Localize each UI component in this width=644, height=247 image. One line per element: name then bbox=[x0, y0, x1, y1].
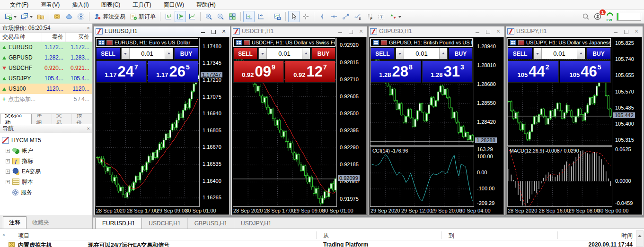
chart-area[interactable]: CCI(14) -176.96 1.289401.288101.286801.2… bbox=[369, 37, 504, 215]
sell-button[interactable]: SELL bbox=[233, 48, 257, 60]
tree-item-scripts[interactable]: 脚本 bbox=[2, 177, 92, 187]
column-time[interactable]: 时间 bbox=[621, 232, 633, 240]
chart-tab-usdjpy[interactable]: USDJPY,H1 bbox=[234, 218, 278, 229]
ohlc-panel-icon[interactable] bbox=[510, 40, 516, 45]
maximize-button[interactable] bbox=[623, 28, 629, 34]
volume-value[interactable]: 0.01 bbox=[130, 48, 165, 59]
trade-panel-toggle-icon[interactable] bbox=[106, 40, 113, 45]
cursor-button[interactable] bbox=[288, 11, 300, 22]
bid-price-box[interactable]: 1.28288 bbox=[371, 60, 421, 83]
text-button[interactable]: T bbox=[376, 11, 387, 22]
market-watch-row[interactable]: USDCHF 0.920... 0.921... bbox=[0, 63, 92, 73]
column-bid[interactable]: 卖价 bbox=[42, 33, 65, 42]
chart-shift-button[interactable] bbox=[255, 11, 266, 22]
volume-increase-button[interactable] bbox=[577, 48, 585, 59]
chart-area[interactable]: 1.174801.173451.172101.170751.169401.168… bbox=[95, 37, 229, 215]
bar-chart-button[interactable] bbox=[163, 11, 174, 22]
close-icon[interactable] bbox=[87, 26, 90, 31]
community-button[interactable]: 1 bbox=[592, 11, 603, 22]
minimize-button[interactable] bbox=[337, 28, 344, 34]
line-chart-button[interactable] bbox=[186, 11, 198, 22]
ohlc-panel-icon[interactable] bbox=[98, 40, 105, 45]
horizontal-line-button[interactable] bbox=[328, 11, 340, 22]
toolbox-close-icon[interactable] bbox=[2, 232, 5, 238]
indicator-pane[interactable]: CCI(14) -176.96 bbox=[370, 146, 474, 207]
history-center-button[interactable] bbox=[52, 11, 63, 22]
chart-area[interactable]: 0.929200.928150.927100.926050.925000.923… bbox=[232, 37, 367, 215]
tile-windows-button[interactable] bbox=[227, 11, 238, 22]
add-symbol-row[interactable]: + 点击添加... 5 / 4... bbox=[0, 94, 92, 104]
trade-panel-toggle-icon[interactable] bbox=[381, 40, 387, 45]
vertical-line-button[interactable] bbox=[317, 11, 328, 22]
ohlc-panel-icon[interactable] bbox=[236, 40, 242, 45]
ohlc-panel-icon[interactable] bbox=[373, 40, 379, 45]
symbols-button[interactable]: $ bbox=[35, 11, 46, 22]
column-item[interactable]: 项目 bbox=[18, 232, 29, 240]
tree-item-services[interactable]: 服务 bbox=[2, 187, 92, 197]
expand-icon[interactable] bbox=[6, 159, 10, 163]
volume-value[interactable]: 0.01 bbox=[542, 48, 577, 59]
templates-button[interactable] bbox=[272, 11, 283, 22]
menu-tools[interactable]: 工具(T) bbox=[126, 0, 157, 10]
fibonacci-button[interactable]: F bbox=[364, 11, 375, 22]
ask-price-box[interactable]: 1.17265 bbox=[148, 60, 198, 83]
indicator-pane[interactable]: MACD(12,26,9) -0.0087 0.0290 bbox=[507, 146, 612, 207]
new-order-button[interactable]: 新订单 bbox=[128, 11, 158, 22]
sell-button[interactable]: SELL bbox=[371, 48, 395, 60]
tree-item-accounts[interactable]: 帐户 bbox=[2, 145, 92, 156]
window-titlebar[interactable]: USDCHF,H1 bbox=[231, 26, 367, 36]
menu-insert[interactable]: 插入(I) bbox=[66, 0, 95, 10]
volume-decrease-button[interactable] bbox=[259, 48, 267, 59]
candlestick-chart-button[interactable] bbox=[175, 11, 186, 22]
elliott-wave-button[interactable]: E bbox=[352, 11, 363, 22]
trendline-button[interactable] bbox=[340, 11, 352, 22]
tab-details[interactable]: 详细 bbox=[32, 114, 52, 124]
chart-area[interactable]: MACD(12,26,9) -0.0087 0.0290 105.825105.… bbox=[506, 37, 642, 215]
market-watch-row[interactable]: GBPUSD 1.282... 1.283... bbox=[0, 52, 92, 63]
close-button[interactable] bbox=[358, 28, 364, 34]
minimize-button[interactable] bbox=[200, 28, 206, 34]
zoom-in-button[interactable] bbox=[203, 11, 214, 22]
ask-price-box[interactable]: 105465 bbox=[560, 60, 611, 83]
chart-tab-eurusd[interactable]: EURUSD,H1 bbox=[95, 218, 142, 229]
bid-price-box[interactable]: 1.17247 bbox=[96, 60, 147, 83]
bid-price-box[interactable]: 105442 bbox=[508, 60, 559, 83]
broadcast-button[interactable] bbox=[75, 11, 87, 22]
objects-dropdown-button[interactable] bbox=[388, 11, 403, 22]
buy-button[interactable]: BUY bbox=[449, 48, 473, 60]
column-from[interactable]: 从 bbox=[323, 232, 329, 240]
bid-price-box[interactable]: 0.92099 bbox=[233, 60, 284, 83]
volume-decrease-button[interactable] bbox=[534, 48, 542, 59]
profiles-button[interactable] bbox=[19, 11, 35, 22]
chart-tab-gbpusd[interactable]: GBPUSD,H1 bbox=[187, 218, 234, 229]
minimize-button[interactable] bbox=[612, 28, 619, 34]
buy-button[interactable]: BUY bbox=[586, 48, 611, 60]
search-button[interactable] bbox=[580, 11, 591, 22]
tab-trading[interactable]: 交易 bbox=[52, 114, 72, 124]
close-button[interactable] bbox=[221, 28, 227, 34]
auto-scroll-button[interactable] bbox=[243, 11, 255, 22]
market-watch-row[interactable]: US100 1120... 1120... bbox=[0, 84, 92, 94]
tab-favorites[interactable]: 收藏夹 bbox=[26, 217, 55, 229]
zoom-out-button[interactable] bbox=[215, 11, 226, 22]
close-button[interactable] bbox=[495, 28, 502, 34]
algo-trading-button[interactable]: 算法交易 bbox=[92, 11, 127, 22]
market-watch-row[interactable]: EURUSD 1.172... 1.172... bbox=[0, 42, 92, 52]
window-titlebar[interactable]: GBPUSD,H1 bbox=[369, 26, 504, 36]
volume-increase-button[interactable] bbox=[165, 48, 173, 59]
sell-button[interactable]: SELL bbox=[508, 48, 532, 60]
column-symbol[interactable]: 交易品种 bbox=[0, 33, 42, 41]
volume-decrease-button[interactable] bbox=[396, 48, 404, 59]
volume-increase-button[interactable] bbox=[302, 48, 310, 59]
volume-value[interactable]: 0.01 bbox=[267, 48, 302, 59]
menu-help[interactable]: 帮助(H) bbox=[190, 0, 222, 10]
tab-ticks[interactable]: 报价 bbox=[72, 114, 92, 124]
toolbox-row[interactable]: 内置虚拟主机 现在可以24/7运行EA交易和信号 Trading Platfor… bbox=[8, 241, 635, 247]
expand-icon[interactable] bbox=[6, 180, 10, 184]
maximize-button[interactable] bbox=[210, 28, 217, 34]
window-titlebar[interactable]: EURUSD,H1 bbox=[94, 26, 230, 36]
volume-value[interactable]: 0.01 bbox=[404, 48, 439, 59]
tree-item-broker[interactable]: HYCM MT5 bbox=[2, 135, 92, 145]
maximize-button[interactable] bbox=[485, 28, 491, 34]
market-watch-row[interactable]: USDJPY 105.4... 105.4... bbox=[0, 73, 92, 84]
